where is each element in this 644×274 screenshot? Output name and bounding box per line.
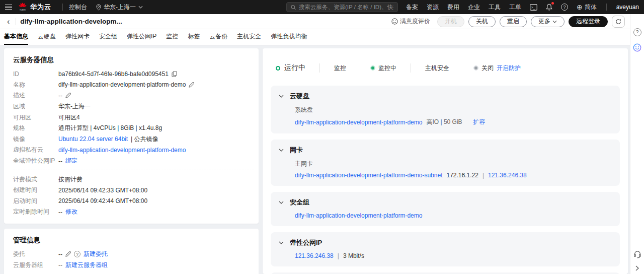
cli-terminal-icon[interactable]: >_ xyxy=(530,4,537,11)
tab-basic-info[interactable]: 基本信息 xyxy=(4,29,28,45)
section-eip: 弹性公网IP 121.36.246.38 | 3 Mbit/s xyxy=(271,232,620,266)
user-menu[interactable]: aveyuan xyxy=(616,4,639,11)
tab-disks[interactable]: 云硬盘 xyxy=(38,29,56,45)
info-row-autodelete: 定时删除时间 -- 修改 xyxy=(13,207,254,218)
description-value: -- xyxy=(58,92,62,99)
tab-security-groups[interactable]: 安全组 xyxy=(99,29,117,45)
running-status-icon xyxy=(276,66,280,71)
section-eip-header[interactable]: 弹性公网IP xyxy=(279,238,612,247)
nav-link-enterprise[interactable]: 企业 xyxy=(468,3,480,12)
nav-link-beian[interactable]: 备案 xyxy=(406,3,418,12)
info-row-image: 镜像 Ubuntu 22.04 server 64bit | 公共镜像 xyxy=(13,134,254,145)
region-value: 华东-上海一 xyxy=(58,102,91,111)
restart-button[interactable]: 重启 xyxy=(500,16,527,27)
tab-eip[interactable]: 弹性公网IP xyxy=(127,29,156,45)
info-row-id: ID ba76b9c4-5d7f-46fe-96b6-bafe0d095451 xyxy=(13,68,254,80)
billing-value: 按需计费 xyxy=(58,175,83,184)
huawei-cloud-logo[interactable]: HUAWEI 华为云 xyxy=(18,3,51,12)
satisfaction-rating-link[interactable]: 满意度评价 xyxy=(391,17,430,26)
more-label: 更多 xyxy=(538,17,550,26)
server-info-card: 云服务器信息 ID ba76b9c4-5d7f-46fe-96b6-bafe0d… xyxy=(4,48,259,224)
info-row-started: 启动时间 2025/06/14 09:42:44 GMT+08:00 xyxy=(13,196,254,207)
vpc-link[interactable]: dify-llm-application-development-platfor… xyxy=(58,147,186,154)
disk-link[interactable]: dify-llm-application-development-platfor… xyxy=(295,119,422,126)
nav-link-billing[interactable]: 费用 xyxy=(447,3,459,12)
divider xyxy=(16,18,16,25)
management-info-title: 管理信息 xyxy=(13,236,254,245)
edit-agency-pencil-icon[interactable] xyxy=(65,251,71,257)
edit-name-pencil-icon[interactable] xyxy=(189,82,194,88)
search-input[interactable] xyxy=(299,4,393,10)
help-icon[interactable]: ? xyxy=(561,4,568,11)
svg-text:>_: >_ xyxy=(531,6,535,10)
section-disk-header[interactable]: 云硬盘 xyxy=(279,92,612,101)
security-group-link[interactable]: dify-llm-application-development-platfor… xyxy=(295,212,422,219)
enable-protection-link[interactable]: 开启防护 xyxy=(497,64,521,73)
spec-value: 通用计算型 | 4vCPUs | 8GiB | x1.4u.8g xyxy=(58,124,162,132)
nav-link-tickets[interactable]: 工单 xyxy=(509,3,521,12)
feedback-smiley-icon[interactable] xyxy=(633,43,641,52)
tab-nics[interactable]: 弹性网卡 xyxy=(65,29,90,45)
subnet-link[interactable]: dify-llm-application-development-platfor… xyxy=(295,172,442,179)
collapse-chevron-icon[interactable] xyxy=(635,265,639,271)
refresh-icon xyxy=(615,19,621,25)
image-link[interactable]: Ubuntu 22.04 server 64bit xyxy=(58,135,128,143)
tab-host-security[interactable]: 主机安全 xyxy=(237,29,261,45)
help-circle-icon[interactable]: ? xyxy=(633,28,641,36)
chevron-down-icon xyxy=(279,201,284,204)
modify-autodelete-link[interactable]: 修改 xyxy=(65,208,77,216)
create-agency-link[interactable]: 新建委托 xyxy=(84,250,108,258)
info-row-name: 名称 dify-llm-application-development-plat… xyxy=(13,80,254,91)
primary-nic-label: 主网卡 xyxy=(295,160,612,168)
page-header: ‹ dify-llm-application-developm... 满意度评价… xyxy=(0,14,630,29)
copy-icon[interactable] xyxy=(172,71,177,77)
power-on-button[interactable]: 开机 xyxy=(437,16,464,27)
region-selector[interactable]: 华东-上海一 xyxy=(96,3,143,12)
geip-value: -- xyxy=(58,158,62,165)
remote-login-button[interactable]: 远程登录 xyxy=(569,16,608,27)
back-button[interactable]: ‹ xyxy=(5,18,12,26)
expand-disk-link[interactable]: 扩容 xyxy=(473,118,486,126)
section-sg-header[interactable]: 安全组 xyxy=(279,198,612,207)
server-group-value: -- xyxy=(58,261,62,268)
bind-geip-link[interactable]: 绑定 xyxy=(65,157,77,165)
search-icon xyxy=(291,5,296,10)
detail-tabs: 基本信息 云硬盘 弹性网卡 安全组 弹性公网IP 监控 标签 云备份 主机安全 … xyxy=(0,29,630,45)
created-value: 2025/06/14 09:42:33 GMT+08:00 xyxy=(58,187,147,194)
info-row-region: 区域 华东-上海一 xyxy=(13,101,254,112)
refresh-button[interactable] xyxy=(612,16,625,28)
edit-description-pencil-icon[interactable] xyxy=(65,93,71,98)
info-row-geip: 全域弹性公网IP -- 绑定 xyxy=(13,156,254,167)
agency-value: -- xyxy=(58,251,62,258)
tab-elb[interactable]: 弹性负载均衡 xyxy=(271,29,307,45)
shutdown-button[interactable]: 关机 xyxy=(468,16,496,27)
notifications-bell-icon[interactable] xyxy=(546,4,552,11)
section-nic-header[interactable]: 网卡 xyxy=(279,146,612,155)
create-server-group-link[interactable]: 新建云服务器组 xyxy=(65,261,108,269)
security-off-status-icon xyxy=(473,65,478,71)
nav-link-resources[interactable]: 资源 xyxy=(427,3,439,12)
private-ip: 172.16.1.22 xyxy=(446,172,478,179)
divider xyxy=(13,170,254,170)
resources-panel: 运行中 监控 监控中 主机安全 关闭 开启防护 xyxy=(263,48,628,274)
nav-link-tools[interactable]: 工具 xyxy=(489,3,501,12)
eip-link[interactable]: 121.36.246.38 xyxy=(295,252,334,259)
more-button[interactable]: 更多 xyxy=(531,16,565,27)
tab-cloud-backup[interactable]: 云备份 xyxy=(209,29,227,45)
server-info-title: 云服务器信息 xyxy=(13,55,254,64)
tab-monitoring[interactable]: 监控 xyxy=(166,29,178,45)
monitor-status-text: 监控中 xyxy=(378,64,396,73)
rating-label: 满意度评价 xyxy=(400,17,430,26)
support-headset-icon[interactable] xyxy=(633,250,641,258)
console-link[interactable]: 控制台 xyxy=(69,3,87,12)
global-search[interactable] xyxy=(286,2,398,12)
right-utility-rail: ? xyxy=(630,14,644,274)
locale-switcher[interactable]: ⊕ 简体 xyxy=(577,3,597,12)
server-name-value: dify-llm-application-development-platfor… xyxy=(58,81,186,88)
agency-help-icon[interactable]: ? xyxy=(74,251,80,257)
tab-tags[interactable]: 标签 xyxy=(188,29,200,45)
hamburger-menu-icon[interactable] xyxy=(5,5,12,10)
nic-eip-link[interactable]: 121.36.246.38 xyxy=(488,172,527,179)
globe-icon: ⊕ xyxy=(577,4,583,11)
monitor-status: 监控中 xyxy=(370,64,396,73)
